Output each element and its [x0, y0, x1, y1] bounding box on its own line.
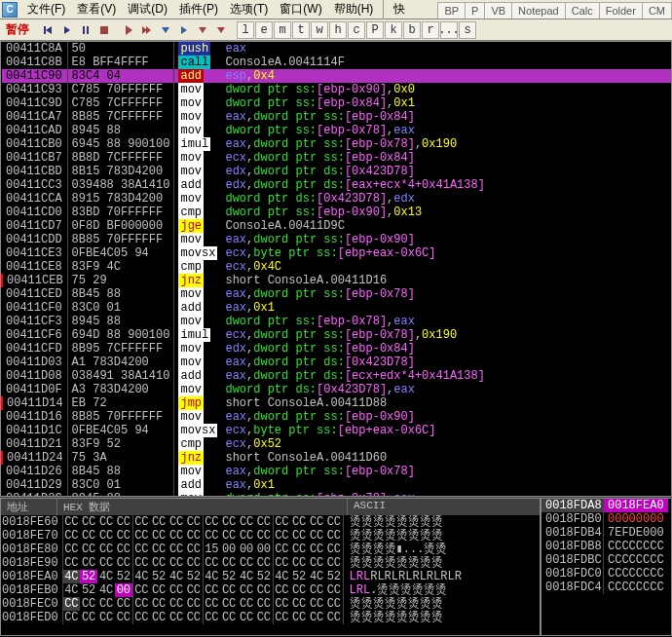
- dump-row[interactable]: 0018FEC0CCCCCCCCCCCCCCCCCCCCCCCCCCCCCCCC…: [1, 597, 463, 611]
- view-button-l[interactable]: l: [237, 21, 254, 39]
- dump-col-ascii: ASCII: [348, 499, 523, 515]
- view-button-t[interactable]: t: [292, 21, 310, 39]
- stack-row[interactable]: 0018FDA80018FEA0: [541, 499, 671, 512]
- menu-item-1[interactable]: 查看(V): [71, 0, 122, 19]
- run-button[interactable]: [58, 21, 76, 39]
- dump-row[interactable]: 0018FEB04C524C00CCCCCCCCCCCCCCCCCCCCCCCC…: [1, 583, 463, 597]
- menu-item-2[interactable]: 调试(D): [122, 0, 173, 19]
- menu-item-5[interactable]: 窗口(W): [274, 0, 327, 19]
- dump-row[interactable]: 0018FED0CCCCCCCCCCCCCCCCCCCCCCCCCCCCCCCC…: [1, 611, 463, 624]
- step-arrow-right[interactable]: [120, 21, 137, 39]
- step-into[interactable]: [157, 21, 174, 39]
- quick-tab-bp[interactable]: BP: [437, 2, 466, 19]
- stop-button[interactable]: [95, 21, 113, 39]
- menu-item-6[interactable]: 帮助(H): [328, 0, 380, 19]
- stack-row[interactable]: 0018FDB000000000: [541, 512, 671, 526]
- disasm-row[interactable]: 00411D1C0FBE4C05 94movsxecx,byte ptr ss:…: [2, 424, 671, 437]
- disasm-row[interactable]: 00411CB06945 88 900100imuleax,dword ptr …: [2, 137, 671, 151]
- disasm-row[interactable]: 00411D2983C0 01addeax,0x1: [2, 478, 671, 492]
- bottom-panes: 地址 HEX 数据 ASCII 0018FE60CCCCCCCCCCCCCCCC…: [0, 497, 672, 636]
- disasm-row[interactable]: 00411C9083C4 04addesp,0x4: [2, 69, 671, 83]
- dump-col-hex: HEX 数据: [57, 499, 348, 515]
- disasm-row[interactable]: 00411CCA8915 783D4200movdword ptr ds:[0x…: [2, 192, 671, 206]
- dump-row[interactable]: 0018FE70CCCCCCCCCCCCCCCCCCCCCCCCCCCCCCCC…: [1, 529, 463, 543]
- toolbar: 暂停 lemtwhcPkbr...s: [0, 19, 672, 41]
- disasm-row[interactable]: 00411C8A50pusheax: [2, 42, 671, 56]
- stack-row[interactable]: 0018FDB8CCCCCCCC: [541, 540, 671, 553]
- step-over[interactable]: [175, 21, 193, 39]
- view-button-h[interactable]: h: [329, 21, 347, 39]
- dump-row[interactable]: 0018FEA04C524C524C524C524C524C524C524C52…: [1, 570, 463, 583]
- disasm-row[interactable]: 00411C93C785 70FFFFFFmovdword ptr ss:[eb…: [2, 83, 671, 96]
- dump-row[interactable]: 0018FE80CCCCCCCCCCCCCCCC15000000CCCCCCCC…: [1, 543, 463, 556]
- disasm-row[interactable]: 00411CE30FBE4C05 94movsxecx,byte ptr ss:…: [2, 246, 671, 260]
- disasm-row[interactable]: 00411CEB75 29jnzshort ConsoleA.00411D16: [2, 274, 671, 287]
- disasm-pane[interactable]: 00411C8A50pusheax00411C8BE8 BFF4FFFFcall…: [0, 41, 672, 497]
- step-into2[interactable]: [194, 21, 211, 39]
- disasm-row[interactable]: 00411CF083C0 01addeax,0x1: [2, 301, 671, 315]
- dump-row[interactable]: 0018FE90CCCCCCCCCCCCCCCCCCCCCCCCCCCCCCCC…: [1, 556, 463, 570]
- menu-item-0[interactable]: 文件(F): [21, 0, 71, 19]
- view-button-s[interactable]: s: [459, 21, 476, 39]
- dump-header: 地址 HEX 数据 ASCII: [1, 499, 540, 515]
- disasm-row[interactable]: 00411C8BE8 BFF4FFFFcallConsoleA.0041114F: [2, 56, 671, 69]
- disasm-row[interactable]: 00411D0FA3 783D4200movdword ptr ds:[0x42…: [2, 383, 671, 396]
- disasm-row[interactable]: 00411C9DC785 7CFFFFFFmovdword ptr ss:[eb…: [2, 96, 671, 110]
- disasm-row[interactable]: 00411CBD8B15 783D4200movedx,dword ptr ds…: [2, 165, 671, 178]
- view-button-b[interactable]: b: [403, 21, 421, 39]
- menu-item-4[interactable]: 选项(T): [224, 0, 274, 19]
- quick-tab-vb[interactable]: VB: [484, 2, 512, 19]
- restart-button[interactable]: [40, 21, 57, 39]
- view-button-k[interactable]: k: [385, 21, 402, 39]
- disasm-row[interactable]: 00411D2183F9 52cmpecx,0x52: [2, 437, 671, 451]
- stack-row[interactable]: 0018FDB47EFDE000: [541, 526, 671, 540]
- disasm-row[interactable]: 00411CC3039488 38A1410addedx,dword ptr d…: [2, 178, 671, 192]
- stack-row[interactable]: 0018FDBCCCCCCCCC: [541, 553, 671, 567]
- disasm-row[interactable]: 00411CFD8B95 7CFFFFFFmovedx,dword ptr ss…: [2, 342, 671, 356]
- view-button-r[interactable]: r: [422, 21, 439, 39]
- view-button-P[interactable]: P: [366, 21, 384, 39]
- view-button-c[interactable]: c: [348, 21, 365, 39]
- step-out[interactable]: [212, 21, 230, 39]
- stack-row[interactable]: 0018FDC0CCCCCCCC: [541, 567, 671, 581]
- disasm-row[interactable]: 00411D14EB 72jmpshort ConsoleA.00411D88: [2, 396, 671, 410]
- debug-status: 暂停: [2, 21, 33, 38]
- quick-tab-cm[interactable]: CM: [642, 2, 672, 19]
- view-button-...[interactable]: ...: [440, 21, 458, 39]
- quick-tab-calc[interactable]: Calc: [565, 2, 600, 19]
- view-button-m[interactable]: m: [274, 21, 291, 39]
- view-button-w[interactable]: w: [311, 21, 328, 39]
- app-icon: C: [2, 2, 18, 18]
- disasm-row[interactable]: 00411D168B85 70FFFFFFmoveax,dword ptr ss…: [2, 410, 671, 424]
- disasm-row[interactable]: 00411CD70F8D BF000000jgeConsoleA.00411D9…: [2, 219, 671, 233]
- disasm-row[interactable]: 00411CDD8B85 70FFFFFFmoveax,dword ptr ss…: [2, 233, 671, 246]
- quick-tab-p[interactable]: P: [465, 2, 485, 19]
- disasm-row[interactable]: 00411D2475 3Ajnzshort ConsoleA.00411D60: [2, 451, 671, 465]
- dump-col-addr: 地址: [1, 499, 57, 515]
- dump-row[interactable]: 0018FE60CCCCCCCCCCCCCCCCCCCCCCCCCCCCCCCC…: [1, 515, 463, 529]
- menubar: C 文件(F)查看(V)调试(D)插件(P)选项(T)窗口(W)帮助(H) 快 …: [0, 0, 672, 19]
- disasm-row[interactable]: 00411CA78B85 7CFFFFFFmoveax,dword ptr ss…: [2, 110, 671, 124]
- disasm-row[interactable]: 00411CF38945 88movdword ptr ss:[ebp-0x78…: [2, 315, 671, 328]
- quick-tab-notepad[interactable]: Notepad: [511, 2, 566, 19]
- stack-row[interactable]: 0018FDC4CCCCCCCC: [541, 581, 671, 594]
- view-button-e[interactable]: e: [255, 21, 273, 39]
- disasm-row[interactable]: 00411CF6694D 88 900100imulecx,dword ptr …: [2, 328, 671, 342]
- disasm-row[interactable]: 00411CB78B8D 7CFFFFFFmovecx,dword ptr ss…: [2, 151, 671, 165]
- menu-item-3[interactable]: 插件(P): [173, 0, 224, 19]
- disasm-row[interactable]: 00411D08038491 38A1410addeax,dword ptr d…: [2, 369, 671, 383]
- menu-fast[interactable]: 快: [383, 0, 409, 19]
- disasm-row[interactable]: 00411CAD8945 88movdword ptr ss:[ebp-0x78…: [2, 124, 671, 137]
- disasm-row[interactable]: 00411D268B45 88moveax,dword ptr ss:[ebp-…: [2, 465, 671, 478]
- hex-dump-pane[interactable]: 地址 HEX 数据 ASCII 0018FE60CCCCCCCCCCCCCCCC…: [0, 498, 541, 636]
- pause-button[interactable]: [77, 21, 94, 39]
- disasm-row[interactable]: 00411D03A1 783D4200moveax,dword ptr ds:[…: [2, 356, 671, 369]
- disasm-row[interactable]: 00411CED8B45 88moveax,dword ptr ss:[ebp-…: [2, 287, 671, 301]
- step-arrow-double[interactable]: [138, 21, 156, 39]
- disasm-row[interactable]: 00411CE883F9 4Ccmpecx,0x4C: [2, 260, 671, 274]
- quick-tab-folder[interactable]: Folder: [599, 2, 643, 19]
- stack-pane[interactable]: 0018FDA80018FEA00018FDB0000000000018FDB4…: [541, 498, 672, 636]
- disasm-row[interactable]: 00411CD083BD 70FFFFFFcmpdword ptr ss:[eb…: [2, 206, 671, 219]
